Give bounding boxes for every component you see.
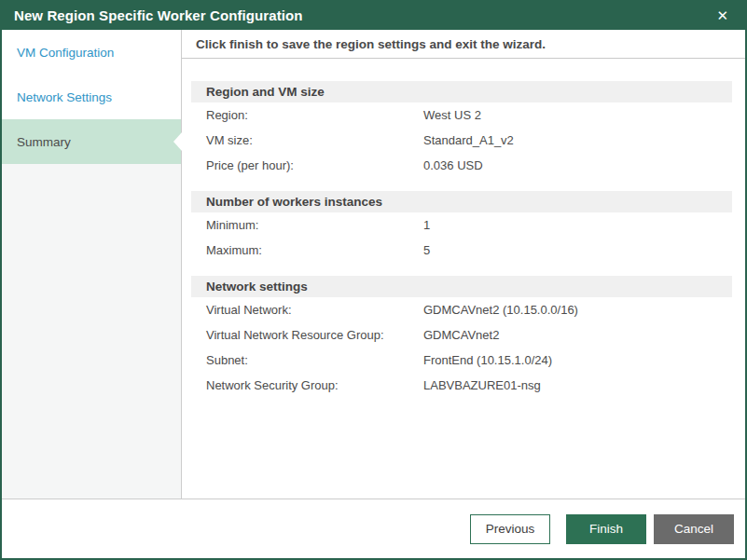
row-label: Network Security Group: xyxy=(206,378,423,392)
wizard-instruction: Click finish to save the region settings… xyxy=(182,30,745,59)
row-label: Virtual Network: xyxy=(206,303,423,317)
summary-row: Subnet: FrontEnd (10.15.1.0/24) xyxy=(191,348,732,373)
row-label: Subnet: xyxy=(206,353,423,367)
wizard-steps-list: VM Configuration Network Settings Summar… xyxy=(2,30,181,164)
row-value: 5 xyxy=(423,243,732,257)
cancel-button[interactable]: Cancel xyxy=(654,514,734,544)
step-label: Summary xyxy=(17,135,71,149)
section-worker-instances: Number of workers instances Minimum: 1 M… xyxy=(191,191,732,263)
summary-content: Region and VM size Region: West US 2 VM … xyxy=(182,59,745,499)
wizard-dialog: New Region Specific Worker Configuration… xyxy=(0,0,747,560)
summary-row: VM size: Standard_A1_v2 xyxy=(191,128,732,153)
dialog-body: VM Configuration Network Settings Summar… xyxy=(2,30,745,499)
section-title: Region and VM size xyxy=(191,81,732,102)
row-label: Region: xyxy=(206,108,423,122)
step-label: Network Settings xyxy=(17,90,112,104)
row-value: GDMCAVnet2 (10.15.0.0/16) xyxy=(423,303,732,317)
row-label: Minimum: xyxy=(206,218,423,232)
previous-button[interactable]: Previous xyxy=(470,514,550,544)
finish-button[interactable]: Finish xyxy=(566,514,646,544)
section-region-vm-size: Region and VM size Region: West US 2 VM … xyxy=(191,81,732,178)
step-summary[interactable]: Summary xyxy=(2,119,181,164)
summary-row: Price (per hour): 0.036 USD xyxy=(191,153,732,178)
row-label: Virtual Network Resource Group: xyxy=(206,328,423,342)
summary-row: Virtual Network: GDMCAVnet2 (10.15.0.0/1… xyxy=(191,297,732,322)
row-value: 1 xyxy=(423,218,732,232)
title-bar: New Region Specific Worker Configuration… xyxy=(0,0,747,30)
row-label: Price (per hour): xyxy=(206,158,423,172)
step-vm-configuration[interactable]: VM Configuration xyxy=(2,30,181,75)
summary-panel: Click finish to save the region settings… xyxy=(182,30,745,499)
row-value: LABVBAZURE01-nsg xyxy=(423,378,732,392)
row-value: West US 2 xyxy=(423,108,732,122)
summary-row: Maximum: 5 xyxy=(191,238,732,263)
footer-button-bar: Previous Finish Cancel xyxy=(2,499,745,558)
row-value: FrontEnd (10.15.1.0/24) xyxy=(423,353,732,367)
row-label: Maximum: xyxy=(206,243,423,257)
close-icon[interactable]: ✕ xyxy=(711,5,734,26)
row-label: VM size: xyxy=(206,133,423,147)
summary-row: Network Security Group: LABVBAZURE01-nsg xyxy=(191,373,732,398)
step-label: VM Configuration xyxy=(17,46,114,60)
section-title: Number of workers instances xyxy=(191,191,732,212)
summary-row: Region: West US 2 xyxy=(191,102,732,128)
wizard-steps-sidebar: VM Configuration Network Settings Summar… xyxy=(2,30,182,499)
summary-row: Virtual Network Resource Group: GDMCAVne… xyxy=(191,322,732,348)
window-title: New Region Specific Worker Configuration xyxy=(14,7,303,23)
section-title: Network settings xyxy=(191,276,732,297)
step-network-settings[interactable]: Network Settings xyxy=(2,75,181,119)
row-value: 0.036 USD xyxy=(423,158,732,172)
section-network-settings: Network settings Virtual Network: GDMCAV… xyxy=(191,276,732,398)
row-value: Standard_A1_v2 xyxy=(423,133,732,147)
summary-row: Minimum: 1 xyxy=(191,212,732,238)
row-value: GDMCAVnet2 xyxy=(423,328,732,342)
